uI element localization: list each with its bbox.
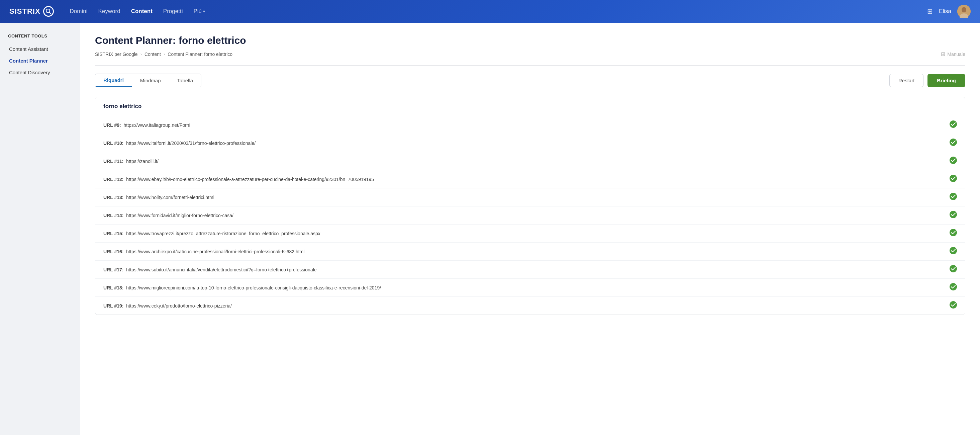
url-value: https://www.ebay.it/b/Forno-elettrico-pr… bbox=[125, 177, 374, 182]
breadcrumb: SISTRIX per Google › Content › Content P… bbox=[95, 51, 965, 57]
url-row[interactable]: URL #12: https://www.ebay.it/b/Forno-ele… bbox=[95, 170, 965, 188]
nav-domini[interactable]: Domini bbox=[70, 7, 88, 16]
url-value: https://www.italforni.it/2020/03/31/forn… bbox=[125, 140, 256, 146]
url-text: URL #15: https://www.trovaprezzi.it/prez… bbox=[103, 231, 944, 236]
svg-point-5 bbox=[950, 121, 957, 128]
url-value: https://www.italiagroup.net/Forni bbox=[123, 123, 190, 128]
manual-label: Manuale bbox=[947, 51, 965, 57]
divider bbox=[95, 65, 965, 65]
breadcrumb-content[interactable]: Content bbox=[145, 51, 161, 57]
check-icon bbox=[950, 301, 957, 310]
url-text: URL #16: https://www.archiexpo.it/cat/cu… bbox=[103, 249, 944, 254]
url-label: URL #11: bbox=[103, 159, 123, 164]
check-icon bbox=[950, 139, 957, 148]
url-label: URL #14: bbox=[103, 213, 123, 218]
url-value: https://www.subito.it/annunci-italia/ven… bbox=[125, 267, 317, 272]
url-label: URL #17: bbox=[103, 267, 123, 272]
nav-progetti[interactable]: Progetti bbox=[163, 7, 183, 16]
top-navigation: SISTRIX Domini Keyword Content Progetti … bbox=[0, 0, 980, 23]
card-title: forno elettrico bbox=[103, 103, 142, 110]
url-row[interactable]: URL #13: https://www.holity.com/fornetti… bbox=[95, 188, 965, 206]
nav-keyword[interactable]: Keyword bbox=[98, 7, 120, 16]
tab-riquadri[interactable]: Riquadri bbox=[95, 74, 132, 87]
url-list: URL #9: https://www.italiagroup.net/Forn… bbox=[95, 116, 965, 314]
avatar[interactable] bbox=[957, 5, 970, 18]
svg-point-10 bbox=[950, 211, 957, 218]
chevron-down-icon: ▾ bbox=[203, 9, 205, 14]
url-label: URL #15: bbox=[103, 231, 123, 236]
url-text: URL #19: https://www.ceky.it/prodotto/fo… bbox=[103, 303, 944, 309]
check-icon bbox=[950, 156, 957, 166]
url-row[interactable]: URL #14: https://www.fornidavid.it/migli… bbox=[95, 206, 965, 225]
logo-text: SISTRIX bbox=[10, 7, 40, 16]
svg-point-8 bbox=[950, 175, 957, 182]
svg-point-14 bbox=[950, 283, 957, 290]
briefing-button[interactable]: Briefing bbox=[928, 74, 965, 87]
sidebar-item-content-assistant[interactable]: Content Assistant bbox=[0, 43, 80, 55]
logo[interactable]: SISTRIX bbox=[10, 6, 54, 17]
breadcrumb-home[interactable]: SISTRIX per Google bbox=[95, 51, 138, 57]
sidebar-section-title: CONTENT TOOLS bbox=[0, 33, 80, 43]
svg-point-13 bbox=[950, 265, 957, 272]
url-value: https://www.fornidavid.it/miglior-forno-… bbox=[125, 213, 233, 218]
check-icon bbox=[950, 175, 957, 184]
url-row[interactable]: URL #9: https://www.italiagroup.net/Forn… bbox=[95, 116, 965, 134]
content-card: forno elettrico URL #9: https://www.ital… bbox=[95, 97, 965, 315]
check-icon bbox=[950, 211, 957, 220]
url-text: URL #10: https://www.italforni.it/2020/0… bbox=[103, 140, 944, 146]
tab-actions: Restart Briefing bbox=[889, 74, 965, 87]
check-icon bbox=[950, 193, 957, 202]
url-text: URL #9: https://www.italiagroup.net/Forn… bbox=[103, 123, 944, 128]
url-text: URL #17: https://www.subito.it/annunci-i… bbox=[103, 267, 944, 272]
url-label: URL #10: bbox=[103, 140, 123, 146]
check-icon bbox=[950, 247, 957, 256]
sidebar: CONTENT TOOLS Content Assistant Content … bbox=[0, 23, 80, 435]
check-icon bbox=[950, 229, 957, 238]
tab-mindmap[interactable]: Mindmap bbox=[132, 74, 169, 87]
url-value: https://www.miglioreopinioni.com/la-top-… bbox=[125, 285, 381, 290]
svg-point-12 bbox=[950, 247, 957, 254]
url-row[interactable]: URL #18: https://www.miglioreopinioni.co… bbox=[95, 279, 965, 297]
url-text: URL #14: https://www.fornidavid.it/migli… bbox=[103, 213, 944, 218]
user-name: Elisa bbox=[939, 8, 951, 15]
check-icon bbox=[950, 121, 957, 129]
url-text: URL #13: https://www.holity.com/fornetti… bbox=[103, 195, 944, 200]
sidebar-item-content-planner[interactable]: Content Planner bbox=[0, 55, 80, 67]
tab-tabella[interactable]: Tabella bbox=[169, 74, 201, 87]
url-value: https://www.ceky.it/prodotto/forno-elett… bbox=[125, 303, 232, 309]
breadcrumb-sep-1: › bbox=[140, 51, 142, 57]
grid-icon[interactable]: ⊞ bbox=[927, 7, 933, 15]
breadcrumb-sep-2: › bbox=[164, 51, 165, 57]
url-row[interactable]: URL #16: https://www.archiexpo.it/cat/cu… bbox=[95, 242, 965, 261]
url-label: URL #13: bbox=[103, 195, 123, 200]
url-row[interactable]: URL #11: https://zanolli.it/ bbox=[95, 152, 965, 170]
nav-content[interactable]: Content bbox=[131, 7, 153, 16]
svg-point-6 bbox=[950, 139, 957, 146]
url-label: URL #18: bbox=[103, 285, 123, 290]
manual-icon: ⊞ bbox=[941, 51, 945, 57]
card-header: forno elettrico bbox=[95, 97, 965, 116]
url-label: URL #9: bbox=[103, 123, 121, 128]
main-content: Content Planner: forno elettrico SISTRIX… bbox=[80, 23, 980, 435]
sidebar-item-content-discovery[interactable]: Content Discovery bbox=[0, 67, 80, 78]
check-icon bbox=[950, 283, 957, 292]
url-row[interactable]: URL #10: https://www.italforni.it/2020/0… bbox=[95, 134, 965, 152]
nav-piu-label: Più bbox=[193, 8, 202, 15]
page-title: Content Planner: forno elettrico bbox=[95, 35, 965, 46]
url-row[interactable]: URL #19: https://www.ceky.it/prodotto/fo… bbox=[95, 297, 965, 314]
svg-point-11 bbox=[950, 229, 957, 236]
svg-point-9 bbox=[950, 193, 957, 200]
manual-link[interactable]: ⊞ Manuale bbox=[941, 51, 965, 57]
url-row[interactable]: URL #15: https://www.trovaprezzi.it/prez… bbox=[95, 225, 965, 242]
breadcrumb-current: Content Planner: forno elettrico bbox=[167, 51, 232, 57]
svg-point-7 bbox=[950, 156, 957, 164]
url-label: URL #19: bbox=[103, 303, 123, 309]
url-value: https://www.trovaprezzi.it/prezzo_attrez… bbox=[125, 231, 320, 236]
svg-point-3 bbox=[962, 7, 966, 13]
restart-button[interactable]: Restart bbox=[889, 74, 923, 87]
url-row[interactable]: URL #17: https://www.subito.it/annunci-i… bbox=[95, 261, 965, 279]
nav-piu[interactable]: Più ▾ bbox=[193, 8, 205, 15]
url-text: URL #11: https://zanolli.it/ bbox=[103, 159, 944, 164]
url-text: URL #12: https://www.ebay.it/b/Forno-ele… bbox=[103, 177, 944, 182]
url-text: URL #18: https://www.miglioreopinioni.co… bbox=[103, 285, 944, 290]
